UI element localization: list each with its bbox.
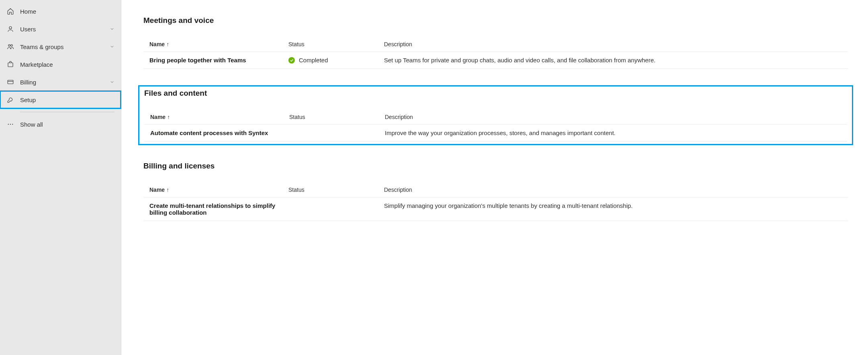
- sort-up-icon: ↑: [167, 114, 170, 120]
- table-header: Name↑ Status Description: [144, 110, 847, 125]
- column-header-status[interactable]: Status: [289, 114, 385, 120]
- svg-point-8: [12, 124, 13, 125]
- ellipsis-icon: [6, 120, 14, 128]
- section-billing-licenses: Billing and licenses Name↑ Status Descri…: [143, 162, 848, 221]
- sort-up-icon: ↑: [166, 41, 169, 47]
- column-header-name[interactable]: Name↑: [150, 114, 289, 120]
- chevron-down-icon: [110, 80, 114, 84]
- sidebar-item-label: Users: [20, 26, 110, 33]
- column-header-status[interactable]: Status: [288, 187, 384, 193]
- row-status: Completed: [288, 57, 384, 64]
- sidebar-divider: [20, 112, 114, 112]
- check-circle-icon: [288, 57, 295, 64]
- teams-icon: [6, 43, 14, 51]
- section-title: Files and content: [144, 89, 850, 98]
- section-files-content: Files and content Name↑ Status Descripti…: [141, 88, 850, 142]
- row-status: [288, 202, 384, 216]
- table-row[interactable]: Create multi-tenant relationships to sim…: [143, 197, 848, 221]
- user-icon: [6, 25, 14, 33]
- card-icon: [6, 78, 14, 86]
- sidebar: Home Users Teams & groups Marketplace Bi…: [0, 0, 121, 355]
- svg-point-2: [11, 45, 13, 47]
- column-header-status[interactable]: Status: [288, 41, 384, 47]
- sidebar-item-marketplace[interactable]: Marketplace: [0, 55, 121, 73]
- sidebar-item-home[interactable]: Home: [0, 2, 121, 20]
- sidebar-item-label: Show all: [20, 121, 114, 128]
- home-icon: [6, 7, 14, 15]
- svg-point-6: [8, 124, 9, 125]
- chevron-down-icon: [110, 44, 114, 49]
- row-description: Improve the way your organization proces…: [385, 129, 841, 136]
- table-header: Name↑ Status Description: [143, 37, 848, 52]
- svg-point-7: [10, 124, 11, 125]
- row-name: Bring people together with Teams: [149, 57, 288, 64]
- sidebar-item-label: Setup: [20, 96, 114, 103]
- sidebar-item-label: Home: [20, 8, 114, 15]
- sidebar-item-label: Marketplace: [20, 61, 114, 68]
- sidebar-item-label: Billing: [20, 79, 110, 86]
- column-header-name[interactable]: Name↑: [149, 187, 288, 193]
- table-row[interactable]: Bring people together with Teams Complet…: [143, 52, 848, 69]
- sidebar-item-label: Teams & groups: [20, 43, 110, 50]
- row-description: Simplify managing your organization's mu…: [384, 202, 842, 216]
- column-header-name[interactable]: Name↑: [149, 41, 288, 47]
- sort-up-icon: ↑: [166, 187, 169, 193]
- row-description: Set up Teams for private and group chats…: [384, 57, 842, 64]
- row-status: [289, 129, 385, 136]
- bag-icon: [6, 60, 14, 68]
- svg-rect-4: [8, 80, 13, 84]
- column-header-description[interactable]: Description: [384, 41, 842, 47]
- section-meetings-voice: Meetings and voice Name↑ Status Descript…: [143, 16, 848, 69]
- sidebar-item-teams-groups[interactable]: Teams & groups: [0, 38, 121, 55]
- section-title: Billing and licenses: [143, 162, 848, 170]
- sidebar-item-billing[interactable]: Billing: [0, 73, 121, 91]
- sidebar-item-users[interactable]: Users: [0, 20, 121, 38]
- svg-rect-3: [8, 63, 13, 67]
- row-name: Create multi-tenant relationships to sim…: [149, 202, 288, 216]
- status-text: Completed: [299, 57, 328, 64]
- svg-point-1: [8, 45, 10, 47]
- main-content: Meetings and voice Name↑ Status Descript…: [121, 0, 868, 355]
- svg-point-0: [9, 27, 12, 29]
- wrench-icon: [6, 96, 14, 104]
- row-name: Automate content processes with Syntex: [150, 129, 289, 136]
- sidebar-item-show-all[interactable]: Show all: [0, 115, 121, 133]
- column-header-description[interactable]: Description: [384, 187, 842, 193]
- table-row[interactable]: Automate content processes with Syntex I…: [144, 125, 847, 142]
- chevron-down-icon: [110, 27, 114, 31]
- section-title: Meetings and voice: [143, 16, 848, 25]
- table-header: Name↑ Status Description: [143, 183, 848, 197]
- column-header-description[interactable]: Description: [385, 114, 841, 120]
- sidebar-item-setup[interactable]: Setup: [0, 91, 121, 109]
